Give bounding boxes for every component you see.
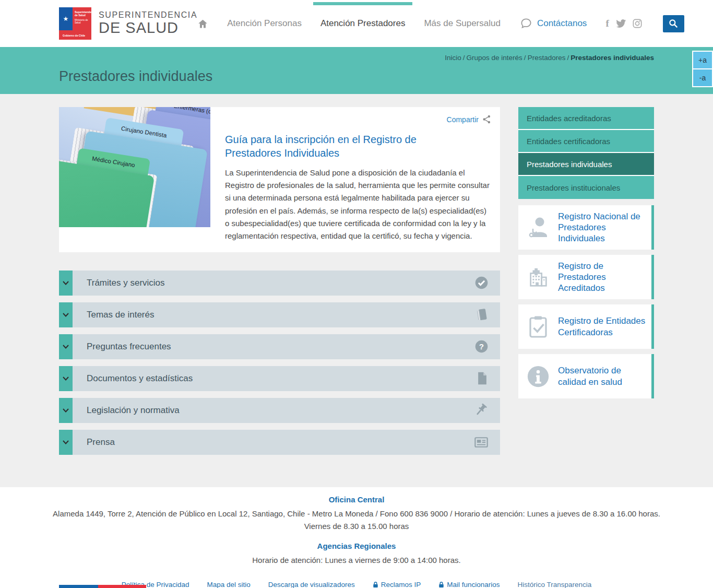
breadcrumb-prestadores[interactable]: Prestadores xyxy=(528,54,566,62)
site-logo[interactable]: ★ Superintendencia de Salud Ministerio d… xyxy=(59,7,197,40)
share-label: Compartir xyxy=(447,115,479,124)
sidebar-item-prestadores-individuales[interactable]: Prestadores individuales xyxy=(518,153,654,176)
document-icon xyxy=(476,371,489,385)
quick-link-label: Observatorio de calidad en salud xyxy=(558,365,647,387)
brand-name: SUPERINTENDENCIA DE SALUD xyxy=(99,11,197,36)
gavel-icon xyxy=(474,403,489,417)
card-registro-entidades-certificadoras[interactable]: Registro de Entidades Certificadoras xyxy=(518,304,654,349)
social-links: f xyxy=(605,18,641,29)
search-button[interactable] xyxy=(663,15,684,32)
nav-atencion-prestadores[interactable]: Atención Prestadores xyxy=(320,18,406,29)
card-observatorio-calidad[interactable]: Observatorio de calidad en salud xyxy=(518,354,654,398)
instagram-icon[interactable] xyxy=(633,19,642,28)
accordion-label: Preguntas frecuentes xyxy=(87,342,474,352)
footer-office-line2: Viernes de 8.30 a 15.00 horas xyxy=(0,520,713,533)
newspaper-icon xyxy=(474,436,489,449)
sidebar-item-entidades-acreditadoras[interactable]: Entidades acreditadoras xyxy=(518,107,654,130)
content-area: Enfermeras (os) Cirujano Dentista Médico… xyxy=(0,94,713,487)
home-icon[interactable] xyxy=(197,18,208,29)
page-title: Prestadores individuales xyxy=(59,68,654,85)
facebook-icon[interactable]: f xyxy=(605,18,609,29)
article-title[interactable]: Guía para la inscripción en el Registro … xyxy=(225,133,476,160)
footer-office-title: Oficina Central xyxy=(0,495,713,504)
accordion-legislacion-y-normativa[interactable]: Legislación y normativa xyxy=(59,398,500,423)
flag-text: Gobierno de Chile xyxy=(63,34,85,37)
flag-text: Ministerio de Salud xyxy=(75,19,90,25)
lock-icon xyxy=(438,581,444,588)
font-size-controls: +a -a xyxy=(692,51,713,87)
contact-button[interactable]: Contáctanos xyxy=(519,17,587,30)
page-band: Inicio/Grupos de interés/Prestadores/Pre… xyxy=(0,47,713,94)
sidebar-item-entidades-certificadoras[interactable]: Entidades certificadoras xyxy=(518,130,654,153)
search-icon xyxy=(668,18,679,29)
accordion-documentos-y-estadisticas[interactable]: Documentos y estadísticas xyxy=(59,366,500,391)
share-icon xyxy=(482,114,492,124)
breadcrumb-grupos[interactable]: Grupos de interés xyxy=(467,54,522,62)
site-header: ★ Superintendencia de Salud Ministerio d… xyxy=(0,0,713,47)
accordion-preguntas-frecuentes[interactable]: Preguntas frecuentes ? xyxy=(59,334,500,359)
chevron-down-icon[interactable] xyxy=(59,398,73,423)
sidebar-item-prestadores-institucionales[interactable]: Prestadores institucionales xyxy=(518,176,654,199)
book-icon xyxy=(474,308,489,322)
link-mapa-del-sitio[interactable]: Mapa del sitio xyxy=(207,581,251,588)
quick-links: Registro Nacional de Prestadores Individ… xyxy=(518,205,654,398)
footer-office-line1: Alameda 1449, Torre 2, Atención de Públi… xyxy=(0,508,713,520)
accordion-list: Trámites y servicios Temas de interés Pr… xyxy=(59,271,500,455)
quick-link-label: Registro Nacional de Prestadores Individ… xyxy=(558,211,647,244)
lock-icon xyxy=(373,581,378,588)
article-card: Enfermeras (os) Cirujano Dentista Médico… xyxy=(59,107,500,252)
gobierno-de-chile-logo: ★ Superintendencia de Salud Ministerio d… xyxy=(59,7,91,40)
accordion-label: Prensa xyxy=(87,437,474,448)
flag-text: Superintendencia de Salud xyxy=(75,10,90,17)
accordion-temas-de-interes[interactable]: Temas de interés xyxy=(59,302,500,327)
accordion-label: Trámites y servicios xyxy=(87,278,474,288)
svg-text:?: ? xyxy=(479,342,484,351)
twitter-icon[interactable] xyxy=(616,19,626,28)
article-body: La Superintendencia de Salud pone a disp… xyxy=(225,167,492,243)
check-circle-icon xyxy=(474,276,489,290)
hospital-icon xyxy=(525,265,552,289)
chile-coat-of-arms-icon: ★ xyxy=(59,7,73,30)
card-registro-prestadores-acreditados[interactable]: Registro de Prestadores Acreditados xyxy=(518,255,654,299)
font-decrease-button[interactable]: -a xyxy=(692,68,713,87)
share-button[interactable]: Compartir xyxy=(225,114,492,124)
breadcrumb-inicio[interactable]: Inicio xyxy=(445,54,461,62)
font-increase-button[interactable]: +a xyxy=(692,51,713,69)
accordion-label: Documentos y estadísticas xyxy=(87,373,476,384)
accordion-tramites-y-servicios[interactable]: Trámites y servicios xyxy=(59,271,500,296)
question-circle-icon: ? xyxy=(474,339,489,354)
accordion-prensa[interactable]: Prensa xyxy=(59,430,500,455)
main-nav: Atención Personas Atención Prestadores M… xyxy=(197,15,684,32)
quick-link-label: Registro de Prestadores Acreditados xyxy=(558,261,647,294)
speech-bubble-icon xyxy=(519,17,533,30)
accordion-label: Temas de interés xyxy=(87,310,474,320)
card-registro-nacional-prestadores[interactable]: Registro Nacional de Prestadores Individ… xyxy=(518,205,654,250)
breadcrumb: Inicio/Grupos de interés/Prestadores/Pre… xyxy=(59,54,654,62)
link-reclamos-ip[interactable]: Reclamos IP xyxy=(373,581,421,588)
chevron-down-icon[interactable] xyxy=(59,430,73,455)
site-footer: Oficina Central Alameda 1449, Torre 2, A… xyxy=(0,487,713,588)
link-mail-funcionarios[interactable]: Mail funcionarios xyxy=(438,581,500,588)
contact-label: Contáctanos xyxy=(537,18,587,29)
doctor-icon xyxy=(525,215,552,240)
chile-flag-bar xyxy=(59,585,146,588)
footer-agencies-line: Horario de atención: Lunes a viernes de … xyxy=(0,554,713,567)
clipboard-check-icon xyxy=(525,314,552,339)
folders-photo: Enfermeras (os) Cirujano Dentista Médico… xyxy=(59,107,210,227)
link-historico-transparencia[interactable]: Histórico Transparencia xyxy=(517,581,591,588)
breadcrumb-current: Prestadores individuales xyxy=(571,54,654,62)
section-menu: Entidades acreditadoras Entidades certif… xyxy=(518,107,654,199)
info-icon xyxy=(525,364,552,389)
quick-link-label: Registro de Entidades Certificadoras xyxy=(558,315,647,338)
footer-agencies-title: Agencias Regionales xyxy=(0,542,713,550)
chevron-down-icon[interactable] xyxy=(59,271,73,296)
chevron-down-icon[interactable] xyxy=(59,334,73,359)
chevron-down-icon[interactable] xyxy=(59,366,73,391)
accordion-label: Legislación y normativa xyxy=(87,405,474,416)
chevron-down-icon[interactable] xyxy=(59,302,73,327)
nav-mas-de-supersalud[interactable]: Más de Supersalud xyxy=(424,18,500,29)
nav-atencion-personas[interactable]: Atención Personas xyxy=(227,18,302,29)
link-descarga-visualizadores[interactable]: Descarga de visualizadores xyxy=(268,581,355,588)
